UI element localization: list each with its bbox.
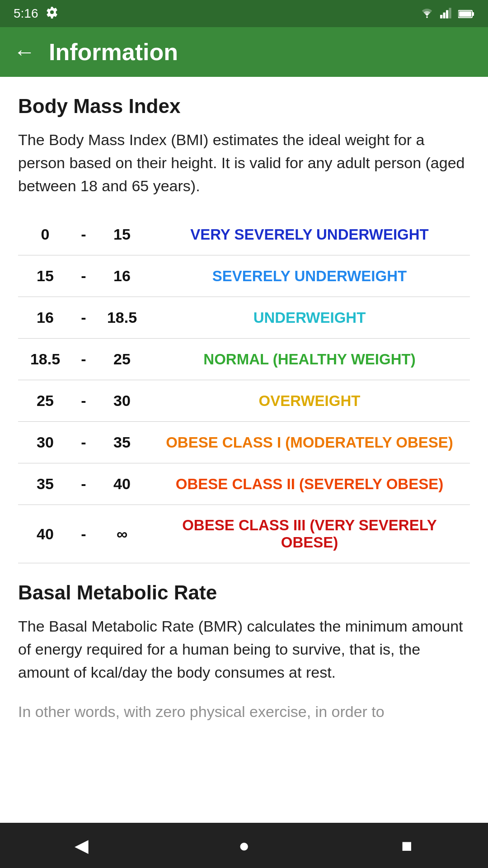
nav-recent-button[interactable]: ■ <box>389 827 425 863</box>
bmi-label: VERY SEVERELY UNDERWEIGHT <box>149 214 470 255</box>
toolbar: ← Information <box>0 27 488 77</box>
bmi-dash: - <box>72 463 95 505</box>
bmi-range-from: 0 <box>18 214 72 255</box>
bmi-range-to: 40 <box>95 463 149 505</box>
bmi-label: OBESE CLASS I (MODERATELY OBESE) <box>149 422 470 463</box>
svg-rect-3 <box>446 10 448 18</box>
svg-rect-7 <box>459 11 471 17</box>
bmr-description: The Basal Metabolic Rate (BMR) calculate… <box>18 615 470 684</box>
signal-icon <box>440 5 452 22</box>
status-time: 5:16 <box>14 6 38 21</box>
bmi-range-to: 30 <box>95 380 149 422</box>
table-row: 25 - 30 OVERWEIGHT <box>18 380 470 422</box>
nav-back-button[interactable]: ◀ <box>63 827 99 863</box>
table-row: 16 - 18.5 UNDERWEIGHT <box>18 297 470 339</box>
bmi-range-from: 25 <box>18 380 72 422</box>
table-row: 35 - 40 OBESE CLASS II (SEVERELY OBESE) <box>18 463 470 505</box>
bmi-range-from: 18.5 <box>18 339 72 380</box>
bmi-range-to: 35 <box>95 422 149 463</box>
bmr-description-partial: In other words, with zero physical exerc… <box>18 700 470 723</box>
table-row: 40 - ∞ OBESE CLASS III (VERY SEVERELY OB… <box>18 505 470 563</box>
bmi-section-title: Body Mass Index <box>18 95 470 118</box>
bmi-label: SEVERELY UNDERWEIGHT <box>149 255 470 297</box>
nav-home-button[interactable]: ● <box>226 827 262 863</box>
table-row: 15 - 16 SEVERELY UNDERWEIGHT <box>18 255 470 297</box>
back-button[interactable]: ← <box>14 41 35 63</box>
toolbar-title: Information <box>49 38 178 66</box>
bmi-dash: - <box>72 380 95 422</box>
bmi-range-to: 25 <box>95 339 149 380</box>
main-content: Body Mass Index The Body Mass Index (BMI… <box>0 77 488 758</box>
bmi-range-from: 40 <box>18 505 72 563</box>
bmi-label: OBESE CLASS II (SEVERELY OBESE) <box>149 463 470 505</box>
svg-rect-1 <box>440 14 442 18</box>
svg-point-0 <box>426 16 428 18</box>
bmi-description: The Body Mass Index (BMI) estimates the … <box>18 128 470 198</box>
bmi-label: OBESE CLASS III (VERY SEVERELY OBESE) <box>149 505 470 563</box>
bmi-dash: - <box>72 505 95 563</box>
table-row: 0 - 15 VERY SEVERELY UNDERWEIGHT <box>18 214 470 255</box>
table-row: 30 - 35 OBESE CLASS I (MODERATELY OBESE) <box>18 422 470 463</box>
svg-rect-4 <box>449 8 451 18</box>
bmi-dash: - <box>72 255 95 297</box>
bmi-range-to: 15 <box>95 214 149 255</box>
bmi-dash: - <box>72 339 95 380</box>
bmr-section-title: Basal Metabolic Rate <box>18 581 470 604</box>
wifi-icon <box>420 5 434 22</box>
bmi-range-from: 16 <box>18 297 72 339</box>
status-left: 5:16 <box>14 6 58 22</box>
svg-rect-6 <box>472 12 474 16</box>
bmi-range-from: 30 <box>18 422 72 463</box>
status-bar: 5:16 <box>0 0 488 27</box>
bmi-label: UNDERWEIGHT <box>149 297 470 339</box>
battery-icon <box>458 5 474 22</box>
bmi-label: OVERWEIGHT <box>149 380 470 422</box>
bmi-table: 0 - 15 VERY SEVERELY UNDERWEIGHT 15 - 16… <box>18 214 470 563</box>
bottom-nav: ◀ ● ■ <box>0 823 488 868</box>
bmi-range-from: 15 <box>18 255 72 297</box>
gear-icon <box>46 6 58 22</box>
bmi-range-to: 16 <box>95 255 149 297</box>
bmi-dash: - <box>72 214 95 255</box>
bmi-range-to: ∞ <box>95 505 149 563</box>
bmi-label: NORMAL (HEALTHY WEIGHT) <box>149 339 470 380</box>
bmi-range-from: 35 <box>18 463 72 505</box>
svg-rect-2 <box>443 12 446 18</box>
bmi-dash: - <box>72 297 95 339</box>
table-row: 18.5 - 25 NORMAL (HEALTHY WEIGHT) <box>18 339 470 380</box>
status-right <box>420 5 474 22</box>
bmi-range-to: 18.5 <box>95 297 149 339</box>
bmi-dash: - <box>72 422 95 463</box>
